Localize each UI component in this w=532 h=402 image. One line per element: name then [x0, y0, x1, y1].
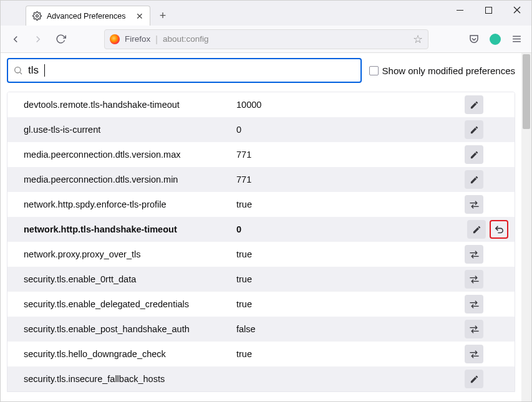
forward-button[interactable] [28, 29, 48, 49]
tab-close-icon[interactable]: ✕ [136, 11, 143, 21]
scrollbar-thumb[interactable] [523, 54, 530, 129]
pref-row: security.tls.enable_0rtt_datatrue [7, 267, 515, 292]
pref-value: true [236, 299, 461, 309]
extension-icon[interactable] [485, 29, 505, 49]
svg-point-0 [36, 15, 39, 17]
pref-name: security.tls.enable_post_handshake_auth [24, 324, 233, 334]
toggle-button[interactable] [465, 245, 483, 264]
show-modified-label: Show only modified preferences [382, 65, 515, 76]
edit-button[interactable] [465, 145, 483, 164]
text-caret [44, 64, 45, 77]
pref-name: gl.use-tls-is-current [24, 125, 233, 135]
pref-value: 771 [236, 175, 461, 184]
search-value: tls [28, 64, 39, 77]
pref-value: true [236, 274, 461, 284]
maximize-button[interactable] [474, 1, 503, 19]
pref-row: security.tls.hello_downgrade_checktrue [7, 342, 515, 366]
firefox-icon [110, 34, 120, 44]
pref-name: security.tls.hello_downgrade_check [24, 349, 233, 359]
pref-value: 0 [236, 224, 463, 234]
titlebar: Advanced Preferences ✕ + [1, 1, 531, 26]
bookmark-star-icon[interactable]: ☆ [413, 32, 423, 46]
svg-line-9 [20, 72, 22, 74]
pref-name: network.http.tls-handshake-timeout [24, 224, 233, 234]
browser-window: Advanced Preferences ✕ + Fi [0, 0, 532, 402]
reload-button[interactable] [51, 29, 70, 49]
pref-name: devtools.remote.tls-handshake-timeout [24, 100, 233, 110]
pref-value: 771 [236, 150, 461, 160]
pref-value: false [236, 324, 461, 334]
pref-row: media.peerconnection.dtls.version.min771 [7, 167, 515, 192]
pref-name: network.proxy.proxy_over_tls [24, 249, 233, 259]
pref-row: security.tls.enable_delegated_credential… [7, 292, 515, 317]
edit-button[interactable] [465, 170, 483, 189]
toggle-button[interactable] [465, 345, 483, 363]
prefs-table: devtools.remote.tls-handshake-timeout100… [7, 92, 515, 392]
nav-toolbar: Firefox | about:config ☆ [1, 26, 531, 53]
app-menu-icon[interactable] [506, 29, 526, 49]
svg-point-8 [15, 67, 21, 73]
browser-tab[interactable]: Advanced Preferences ✕ [26, 6, 150, 26]
toggle-button[interactable] [465, 295, 483, 313]
pref-value: 10000 [236, 100, 461, 110]
pref-name: media.peerconnection.dtls.version.max [24, 150, 233, 160]
pref-name: media.peerconnection.dtls.version.min [24, 175, 233, 184]
gear-icon [32, 11, 42, 21]
show-modified-checkbox[interactable]: Show only modified preferences [369, 65, 515, 76]
edit-button[interactable] [465, 370, 483, 388]
tab-title: Advanced Preferences [47, 12, 125, 21]
window-close-button[interactable] [503, 1, 531, 19]
edit-button[interactable] [465, 120, 483, 139]
new-tab-button[interactable]: + [154, 7, 172, 24]
pref-value: true [236, 249, 461, 259]
pref-name: security.tls.enable_delegated_credential… [24, 299, 233, 309]
pref-search-box[interactable]: tls [7, 58, 362, 83]
url-identity: Firefox [125, 34, 150, 44]
pref-row: network.http.spdy.enforce-tls-profiletru… [7, 192, 515, 217]
pref-value: 0 [236, 125, 461, 135]
pref-row: devtools.remote.tls-handshake-timeout100… [7, 92, 515, 117]
edit-button[interactable] [467, 220, 486, 239]
checkbox-box[interactable] [369, 66, 379, 75]
content-area: tls Show only modified preferences devto… [1, 53, 531, 401]
pref-name: network.http.spdy.enforce-tls-profile [24, 199, 233, 209]
pref-value: true [236, 349, 461, 359]
pref-row: security.tls.enable_post_handshake_authf… [7, 317, 515, 342]
svg-rect-2 [485, 7, 491, 13]
edit-button[interactable] [465, 95, 483, 114]
vertical-scrollbar[interactable] [521, 53, 531, 401]
pref-row: security.tls.insecure_fallback_hosts [7, 366, 515, 391]
window-controls [445, 1, 531, 19]
pref-name: security.tls.insecure_fallback_hosts [24, 374, 233, 384]
back-button[interactable] [6, 29, 26, 49]
pref-value: true [236, 199, 461, 209]
pref-row: network.http.tls-handshake-timeout0 [7, 217, 515, 242]
url-text: about:config [163, 34, 209, 44]
toggle-button[interactable] [465, 320, 483, 338]
toggle-button[interactable] [465, 270, 483, 289]
pref-name: security.tls.enable_0rtt_data [24, 274, 233, 284]
toggle-button[interactable] [465, 195, 483, 214]
minimize-button[interactable] [445, 1, 474, 19]
pref-row: gl.use-tls-is-current0 [7, 117, 515, 142]
pref-row: network.proxy.proxy_over_tlstrue [7, 242, 515, 267]
reset-button[interactable] [490, 220, 508, 239]
search-icon [13, 65, 23, 75]
url-bar[interactable]: Firefox | about:config ☆ [104, 29, 428, 49]
pref-row: media.peerconnection.dtls.version.max771 [7, 142, 515, 167]
pocket-icon[interactable] [464, 29, 484, 49]
